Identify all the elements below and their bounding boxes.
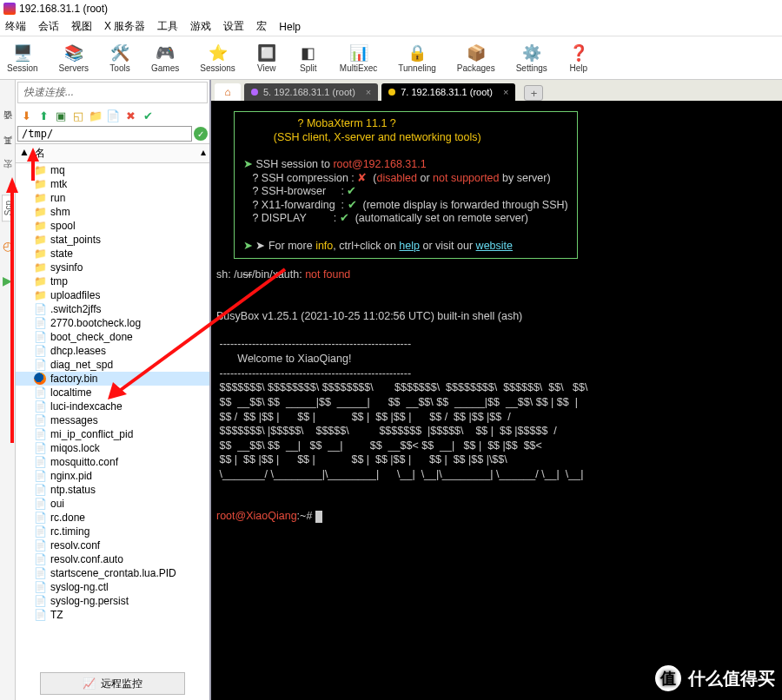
file-name: mtk bbox=[50, 178, 67, 190]
file-row[interactable]: 📄2770.bootcheck.log bbox=[16, 316, 209, 330]
file-row[interactable]: 📄messages bbox=[16, 413, 209, 427]
folder-icon: 📁 bbox=[33, 289, 47, 301]
tab-session-7[interactable]: 7. 192.168.31.1 (root) × bbox=[381, 83, 515, 101]
file-row[interactable]: factory.bin bbox=[16, 372, 209, 386]
file-row[interactable]: 📄syslog-ng.persist bbox=[16, 594, 209, 608]
folder-row[interactable]: 📁mtk bbox=[16, 177, 209, 191]
folder-row[interactable]: 📁run bbox=[16, 191, 209, 205]
name-column: 名 bbox=[35, 146, 45, 161]
file-row[interactable]: 📄boot_check_done bbox=[16, 330, 209, 344]
menu-session[interactable]: 会话 bbox=[38, 19, 59, 34]
file-row[interactable]: 📄mi_ip_conflict_pid bbox=[16, 427, 209, 441]
folder-row[interactable]: 📁uploadfiles bbox=[16, 288, 209, 302]
file-icon: 📄 bbox=[33, 414, 47, 426]
remote-monitor-button[interactable]: 📈 远程监控 bbox=[40, 672, 185, 695]
menu-macro[interactable]: 宏 bbox=[256, 19, 267, 34]
file-row[interactable]: 📄ntp.status bbox=[16, 483, 209, 497]
folder-icon: 📁 bbox=[33, 261, 47, 274]
folder-icon: 📁 bbox=[33, 234, 47, 246]
toolbar-settings[interactable]: ⚙️Settings bbox=[516, 43, 547, 73]
path-input[interactable] bbox=[17, 126, 192, 142]
folder-row[interactable]: 📁state bbox=[16, 247, 209, 261]
file-row[interactable]: 📄dhcp.leases bbox=[16, 344, 209, 358]
new-tab-button[interactable]: + bbox=[524, 85, 543, 101]
vtab-scp[interactable]: Scp bbox=[2, 195, 14, 221]
file-name: mi_ip_conflict_pid bbox=[50, 428, 133, 440]
scroll-up-icon[interactable]: ▴ bbox=[201, 146, 206, 161]
file-row[interactable]: 📄localtime bbox=[16, 386, 209, 400]
menu-tools[interactable]: 工具 bbox=[157, 19, 178, 34]
file-row[interactable]: 📄diag_net_spd bbox=[16, 358, 209, 372]
file-row[interactable]: 📄.switch2jffs bbox=[16, 302, 209, 316]
file-row[interactable]: 📄miqos.lock bbox=[16, 441, 209, 455]
menu-terminal[interactable]: 终端 bbox=[5, 19, 26, 34]
file-name: resolv.conf bbox=[50, 539, 100, 551]
file-icon: 📄 bbox=[33, 303, 47, 315]
file-name: nginx.pid bbox=[50, 470, 92, 482]
vtab-session[interactable]: 会话 bbox=[1, 122, 15, 132]
refresh-icon[interactable]: ▣ bbox=[54, 109, 68, 122]
folder-row[interactable]: 📁stat_points bbox=[16, 233, 209, 247]
toolbar-servers[interactable]: 📚Servers bbox=[59, 43, 89, 73]
file-row[interactable]: 📄rc.done bbox=[16, 511, 209, 525]
file-row[interactable]: 📄nginx.pid bbox=[16, 469, 209, 483]
menu-games[interactable]: 游戏 bbox=[190, 19, 211, 34]
toolbar-games[interactable]: 🎮Games bbox=[151, 43, 179, 73]
newfolder-icon[interactable]: 📁 bbox=[89, 109, 103, 122]
file-icon: 📄 bbox=[33, 386, 47, 399]
servers-icon: 📚 bbox=[63, 43, 84, 63]
folder-row[interactable]: 📁sysinfo bbox=[16, 261, 209, 274]
folder-row[interactable]: 📁shm bbox=[16, 205, 209, 219]
toolbar-tunneling[interactable]: 🔒Tunneling bbox=[398, 43, 436, 73]
tab5-close-icon[interactable]: × bbox=[366, 87, 371, 97]
toolbar-packages[interactable]: 📦Packages bbox=[457, 43, 495, 73]
menu-view[interactable]: 视图 bbox=[71, 19, 92, 34]
menu-settings[interactable]: 设置 bbox=[223, 19, 244, 34]
vtab-tool[interactable]: 工具 bbox=[1, 146, 15, 156]
properties-icon[interactable]: ✔ bbox=[141, 109, 155, 122]
packages-icon: 📦 bbox=[466, 43, 487, 63]
menu-help[interactable]: Help bbox=[279, 21, 301, 33]
newfile-icon[interactable]: 📄 bbox=[106, 109, 120, 122]
file-name: mosquitto.conf bbox=[50, 456, 118, 468]
file-row[interactable]: 📄luci-indexcache bbox=[16, 400, 209, 413]
toolbar-multiexec[interactable]: 📊MultiExec bbox=[340, 43, 377, 73]
file-row[interactable]: 📄TZ bbox=[16, 608, 209, 622]
terminal-output[interactable]: ? MobaXterm 11.1 ? (SSH client, X-server… bbox=[211, 101, 782, 700]
file-row[interactable]: 📄resolv.conf bbox=[16, 538, 209, 552]
sessions-icon: ⭐ bbox=[208, 43, 229, 63]
file-header[interactable]: ▲ 名 ▴ bbox=[16, 143, 209, 163]
file-row[interactable]: 📄oui bbox=[16, 497, 209, 511]
vtab-clock-icon[interactable]: ◴ bbox=[3, 235, 13, 256]
tree-icon[interactable]: ◱ bbox=[71, 109, 85, 122]
toolbar-split[interactable]: ◧Split bbox=[298, 43, 319, 73]
quick-connect-input[interactable]: 快速连接... bbox=[17, 82, 208, 103]
vtab-macro[interactable]: 宏 bbox=[1, 170, 15, 181]
toolbar-view[interactable]: 🔲View bbox=[256, 43, 277, 73]
tab7-close-icon[interactable]: × bbox=[503, 87, 508, 97]
toolbar-tools[interactable]: 🛠️Tools bbox=[109, 43, 130, 73]
file-icon: 📄 bbox=[33, 359, 47, 371]
file-icon: 📄 bbox=[33, 331, 47, 343]
file-row[interactable]: 📄startscene_crontab.lua.PID bbox=[16, 566, 209, 580]
file-row[interactable]: 📄syslog-ng.ctl bbox=[16, 580, 209, 594]
delete-icon[interactable]: ✖ bbox=[123, 109, 137, 122]
toolbar-session[interactable]: 🖥️Session bbox=[7, 43, 38, 73]
toolbar-help[interactable]: ❓Help bbox=[568, 43, 589, 73]
home-tab[interactable]: ⌂ bbox=[215, 83, 241, 101]
toolbar: 🖥️Session📚Servers🛠️Tools🎮Games⭐Sessions🔲… bbox=[0, 36, 782, 80]
file-row[interactable]: 📄rc.timing bbox=[16, 525, 209, 538]
file-row[interactable]: 📄resolv.conf.auto bbox=[16, 552, 209, 566]
folder-row[interactable]: 📁tmp bbox=[16, 274, 209, 288]
upload-icon[interactable]: ⬆ bbox=[36, 109, 50, 122]
menu-xserver[interactable]: X 服务器 bbox=[104, 19, 145, 34]
tab-session-5[interactable]: 5. 192.168.31.1 (root) × bbox=[244, 83, 378, 101]
file-row[interactable]: 📄mosquitto.conf bbox=[16, 455, 209, 469]
download-icon[interactable]: ⬇ bbox=[19, 109, 33, 122]
file-name: dhcp.leases bbox=[50, 345, 106, 357]
folder-row[interactable]: 📁spool bbox=[16, 219, 209, 233]
vtab-favorite-icon[interactable]: ▶ bbox=[3, 270, 12, 291]
toolbar-sessions[interactable]: ⭐Sessions bbox=[200, 43, 235, 73]
folder-row[interactable]: 📁mq bbox=[16, 163, 209, 177]
folder-icon: 📁 bbox=[33, 178, 47, 190]
